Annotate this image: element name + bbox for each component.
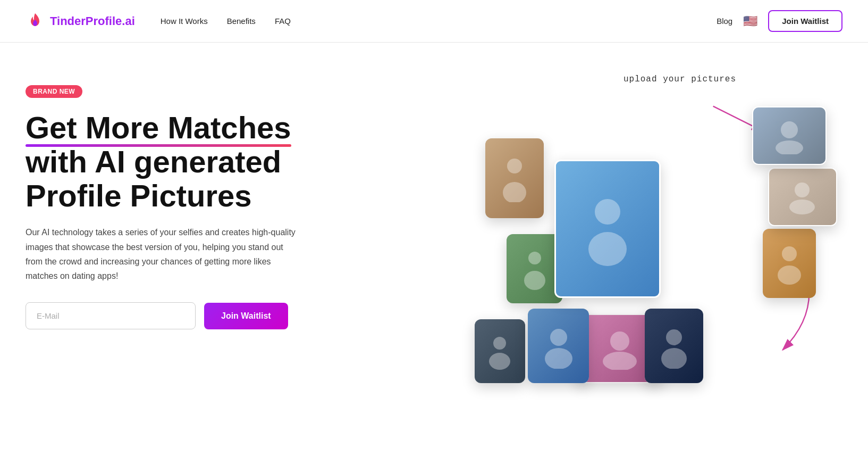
brand-badge: BRAND NEW xyxy=(26,85,82,98)
svg-point-4 xyxy=(528,252,541,264)
headline-line3: Profile Pictures xyxy=(26,178,251,213)
blog-link[interactable]: Blog xyxy=(717,16,732,26)
language-flag[interactable]: 🇺🇸 xyxy=(743,14,757,28)
svg-point-5 xyxy=(524,271,545,290)
headline-line1: Get More Matches xyxy=(26,110,291,145)
flame-icon xyxy=(26,12,45,31)
photo-card-r3 xyxy=(763,229,816,298)
photo-card-r1 xyxy=(752,106,827,165)
svg-point-21 xyxy=(661,348,687,369)
join-waitlist-nav-button[interactable]: Join Waitlist xyxy=(768,10,842,32)
svg-point-2 xyxy=(507,159,522,173)
svg-point-19 xyxy=(603,352,637,370)
headline-line2: with AI generated xyxy=(26,144,281,179)
svg-point-17 xyxy=(545,348,572,369)
photo-card-bl xyxy=(475,319,525,383)
svg-point-3 xyxy=(503,182,526,202)
nav-left: TinderProfile.ai How It Works Benefits F… xyxy=(26,12,291,31)
navbar: TinderProfile.ai How It Works Benefits F… xyxy=(0,0,868,43)
hero-left: BRAND NEW Get More Matches with AI gener… xyxy=(26,74,475,329)
upload-label: upload your pictures xyxy=(623,74,736,84)
svg-point-10 xyxy=(795,183,810,197)
svg-point-20 xyxy=(666,329,682,345)
nav-link-benefits[interactable]: Benefits xyxy=(227,16,256,26)
photo-card-b1 xyxy=(528,309,589,383)
nav-link-how-it-works[interactable]: How It Works xyxy=(161,16,208,26)
nav-right: Blog 🇺🇸 Join Waitlist xyxy=(717,10,842,32)
svg-point-6 xyxy=(595,199,620,225)
hero-section: BRAND NEW Get More Matches with AI gener… xyxy=(0,43,868,456)
photo-card-tl1 xyxy=(485,138,544,218)
photo-card-r2 xyxy=(768,168,837,226)
logo-text: TinderProfile.ai xyxy=(50,14,135,28)
svg-point-15 xyxy=(489,353,510,370)
join-waitlist-cta-button[interactable]: Join Waitlist xyxy=(204,303,288,329)
hero-headline: Get More Matches with AI generated Profi… xyxy=(26,111,453,212)
svg-point-12 xyxy=(782,246,797,261)
email-input[interactable] xyxy=(26,302,196,329)
photo-card-main xyxy=(554,160,661,298)
nav-link-faq[interactable]: FAQ xyxy=(275,16,291,26)
svg-point-13 xyxy=(778,266,801,285)
photo-card-b3 xyxy=(645,309,703,383)
svg-point-8 xyxy=(781,121,798,138)
svg-point-18 xyxy=(610,331,629,351)
svg-point-14 xyxy=(493,337,506,350)
nav-links: How It Works Benefits FAQ xyxy=(161,16,291,26)
logo[interactable]: TinderProfile.ai xyxy=(26,12,135,31)
hero-collage: upload your pictures xyxy=(475,74,842,436)
svg-point-11 xyxy=(789,200,815,214)
hero-subtext: Our AI technology takes a series of your… xyxy=(26,225,302,283)
svg-point-16 xyxy=(550,329,567,346)
svg-point-7 xyxy=(588,232,627,266)
svg-point-9 xyxy=(776,140,803,154)
cta-row: Join Waitlist xyxy=(26,302,453,329)
